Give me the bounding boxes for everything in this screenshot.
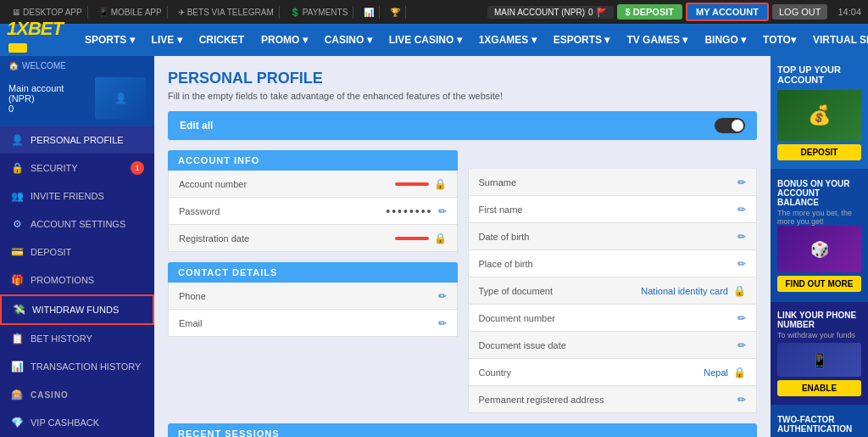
toggle-knob (732, 120, 743, 132)
security-icon: 🔒 (10, 161, 24, 175)
logout-button[interactable]: LOG OUT (772, 4, 828, 20)
bonus-btn[interactable]: FIND OUT MORE (777, 276, 861, 292)
doc-number-label: Document number (479, 313, 556, 323)
email-label: Email (179, 318, 203, 328)
promotions-icon: 🎁 (10, 273, 24, 287)
nav-bingo[interactable]: BINGO ▾ (696, 24, 754, 56)
phone-title: LINK YOUR PHONE NUMBER (777, 311, 861, 329)
field-doc-number: Document number ✏ (468, 305, 758, 332)
first-name-label: First name (479, 204, 523, 215)
edit-all-bar: Edit all (168, 111, 757, 140)
bonus-text: The more you bet, the more you get! (777, 209, 861, 226)
nav-promo[interactable]: PROMO ▾ (253, 24, 316, 56)
phone-label: Phone (179, 291, 206, 301)
account-info-header: ACCOUNT INFO (168, 150, 458, 171)
sidebar-item-personal-profile[interactable]: 👤 PERSONAL PROFILE (0, 126, 154, 154)
nav-1xgames[interactable]: 1XGAMES ▾ (470, 24, 545, 56)
edit-all-toggle[interactable] (715, 118, 745, 133)
doc-number-edit-icon[interactable]: ✏ (737, 312, 746, 324)
nav-items: SPORTS ▾ LIVE ▾ CRICKET PROMO ▾ CASINO ▾… (76, 24, 868, 56)
sidebar-item-transaction-history[interactable]: 📊 TRANSACTION HISTORY (0, 353, 154, 381)
country-lock-icon: 🔒 (733, 367, 746, 378)
deposit-button[interactable]: $ DEPOSIT (617, 4, 682, 20)
field-password: Password •••••••• ✏ (168, 198, 458, 225)
doc-issue-label: Document issue date (479, 340, 566, 350)
nav-sports[interactable]: SPORTS ▾ (76, 24, 143, 56)
pob-label: Place of birth (479, 259, 533, 269)
nav-casino[interactable]: CASINO ▾ (316, 24, 381, 56)
doc-type-actions: National identity card 🔒 (641, 285, 746, 297)
trophy-icon-btn[interactable]: 🏆 (385, 6, 406, 19)
telegram-btn[interactable]: ✈ BETS VIA TELEGRAM (173, 6, 280, 19)
country-label: Country (479, 367, 512, 378)
sidebar-item-withdraw-funds[interactable]: 💸 WITHDRAW FUNDS (0, 294, 154, 325)
sidebar-item-account-settings[interactable]: ⚙ ACCOUNT SETTINGS (0, 210, 154, 238)
nav-toto[interactable]: TOTO ▾ (754, 24, 804, 56)
sidebar-item-promotions[interactable]: 🎁 PROMOTIONS (0, 266, 154, 294)
nav-virtual-sports[interactable]: VIRTUAL SPORTS (804, 24, 868, 56)
top-up-title: TOP UP YOUR ACCOUNT (777, 64, 861, 85)
field-place-of-birth: Place of birth ✏ (468, 250, 758, 277)
sidebar-item-security[interactable]: 🔒 SECURITY 1 (0, 154, 154, 182)
field-phone: Phone ✏ (168, 283, 458, 310)
time-display: 14:04 (837, 7, 861, 17)
flag-icon: 🚩 (597, 8, 607, 17)
deposit-icon: 💳 (10, 245, 24, 259)
doc-type-label: Type of document (479, 286, 553, 296)
account-number-label: Account number (179, 179, 247, 189)
sidebar-item-casino[interactable]: 🎰 CASINO (0, 381, 154, 409)
dob-label: Date of birth (479, 232, 530, 242)
phone-enable-btn[interactable]: ENABLE (777, 380, 861, 396)
page-title: PERSONAL PROFILE (168, 70, 757, 87)
field-first-name: First name ✏ (468, 196, 758, 223)
contact-details-header: CONTACT DETAILS (168, 262, 458, 283)
desktop-icon: 🖥 (12, 8, 20, 17)
right-sidebar: TOP UP YOUR ACCOUNT 💰 DEPOSIT BONUS ON Y… (771, 56, 868, 437)
invite-icon: 👥 (10, 189, 24, 203)
right-card-phone: LINK YOUR PHONE NUMBER To withdraw your … (771, 302, 868, 406)
country-value: Nepal (704, 367, 728, 378)
withdraw-icon: 💸 (12, 303, 25, 317)
dob-edit-icon[interactable]: ✏ (737, 231, 746, 243)
doc-type-value: National identity card (641, 286, 728, 296)
payments-btn[interactable]: 💲 PAYMENTS (285, 6, 354, 19)
nav-tv-games[interactable]: TV GAMES ▾ (618, 24, 696, 56)
surname-edit-icon[interactable]: ✏ (737, 176, 746, 188)
avatar: 👤 (95, 77, 146, 120)
nav-live-casino[interactable]: LIVE CASINO ▾ (381, 24, 470, 56)
first-name-edit-icon[interactable]: ✏ (737, 204, 746, 216)
sidebar-item-vip-cashback[interactable]: 💎 VIP CASHBACK (0, 409, 154, 437)
my-account-button[interactable]: MY ACCOUNT (686, 3, 769, 21)
password-edit-icon[interactable]: ✏ (438, 205, 447, 217)
mobile-app-btn[interactable]: 📱 MOBILE APP (93, 6, 168, 19)
desktop-app-btn[interactable]: 🖥 DESKTOP APP (7, 6, 88, 19)
sidebar-item-bet-history[interactable]: 📋 BET HISTORY (0, 325, 154, 353)
email-edit-icon[interactable]: ✏ (438, 317, 447, 329)
sidebar-welcome: 🏠 WELCOME (0, 56, 154, 76)
reg-date-redacted (395, 237, 429, 240)
password-actions: •••••••• ✏ (386, 204, 446, 218)
account-number-redacted (395, 182, 429, 186)
bonus-banner: 🎲 (777, 226, 861, 272)
field-actions: 🔒 (395, 178, 447, 190)
doc-issue-edit-icon[interactable]: ✏ (737, 339, 746, 351)
right-card-bonus: BONUS ON YOUR ACCOUNT BALANCE The more y… (771, 171, 868, 302)
country-actions: Nepal 🔒 (704, 367, 746, 378)
address-edit-icon[interactable]: ✏ (737, 394, 746, 406)
field-account-number: Account number 🔒 (168, 171, 458, 198)
chart-icon-btn[interactable]: 📊 (359, 6, 380, 19)
nav-cricket[interactable]: CRICKET (191, 24, 253, 56)
settings-icon: ⚙ (10, 217, 24, 231)
sidebar-item-invite-friends[interactable]: 👥 INVITE FRIENDS (0, 182, 154, 210)
phone-edit-icon[interactable]: ✏ (438, 290, 447, 302)
sidebar-item-deposit[interactable]: 💳 DEPOSIT (0, 238, 154, 266)
casino-icon: 🎰 (10, 388, 24, 401)
nav-live[interactable]: LIVE ▾ (143, 24, 191, 56)
account-name: Main account (NPR) (8, 83, 90, 104)
top-up-deposit-btn[interactable]: DEPOSIT (777, 144, 861, 160)
field-dob: Date of birth ✏ (468, 223, 758, 250)
balance-value: 0 (588, 8, 593, 17)
field-registration-date: Registration date 🔒 (168, 225, 458, 252)
pob-edit-icon[interactable]: ✏ (737, 258, 746, 270)
nav-esports[interactable]: ESPORTS ▾ (545, 24, 619, 56)
